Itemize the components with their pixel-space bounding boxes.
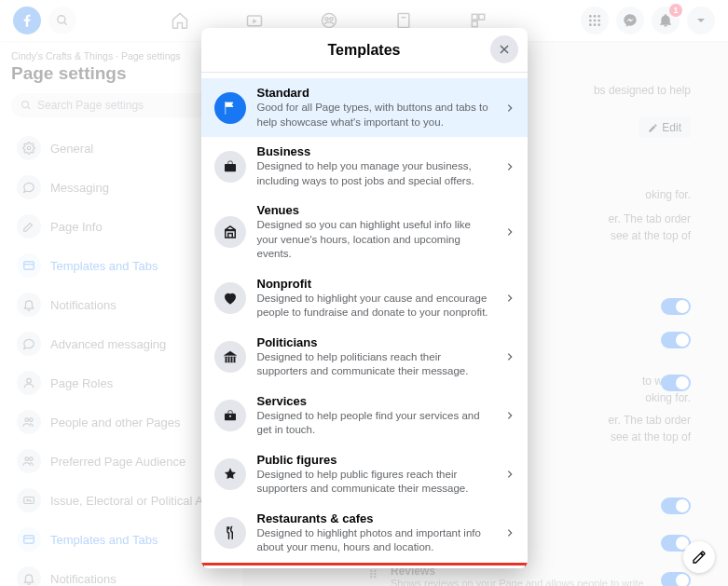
template-body: VenuesDesigned so you can highlight usef… xyxy=(257,203,494,262)
template-desc: Designed to highlight photos and importa… xyxy=(257,526,494,555)
chevron-right-icon xyxy=(505,225,515,239)
template-desc: Designed to help you manage your busines… xyxy=(257,159,494,188)
template-title: Politicians xyxy=(257,335,494,349)
template-row-services[interactable]: ServicesDesigned to help people find you… xyxy=(201,387,528,445)
gov-icon xyxy=(214,341,246,373)
template-row-venues[interactable]: VenuesDesigned so you can highlight usef… xyxy=(201,196,528,269)
template-body: Restaurants & cafesDesigned to highlight… xyxy=(257,511,494,555)
template-desc: Designed so you can highlight useful inf… xyxy=(257,218,494,262)
chevron-right-icon xyxy=(505,349,515,364)
toolbox-icon xyxy=(214,400,246,431)
template-body: StandardGood for all Page types, with bu… xyxy=(257,86,494,129)
briefcase-icon xyxy=(214,151,246,183)
heart-icon xyxy=(214,282,246,314)
template-desc: Designed to highlight your cause and enc… xyxy=(257,292,494,320)
template-title: Standard xyxy=(257,86,494,100)
chevron-right-icon xyxy=(505,467,515,482)
template-title: Venues xyxy=(257,203,494,217)
template-desc: Designed to help people find your servic… xyxy=(257,409,494,438)
template-desc: Good for all Page types, with buttons an… xyxy=(257,101,494,129)
svg-point-50 xyxy=(229,416,231,417)
chevron-right-icon xyxy=(505,159,515,174)
chevron-right-icon xyxy=(505,101,515,116)
templates-list[interactable]: StandardGood for all Page types, with bu… xyxy=(201,73,528,568)
modal-header: Templates xyxy=(201,28,528,73)
chevron-right-icon xyxy=(505,291,515,306)
template-row-public_figures[interactable]: Public figuresDesigned to help public fi… xyxy=(201,445,528,504)
modal-title: Templates xyxy=(328,42,401,59)
compose-fab[interactable] xyxy=(683,541,715,573)
template-row-politicians[interactable]: PoliticiansDesigned to help politicians … xyxy=(201,328,528,387)
template-title: Nonprofit xyxy=(257,277,494,291)
template-row-business[interactable]: BusinessDesigned to help you manage your… xyxy=(201,137,528,196)
template-title: Restaurants & cafes xyxy=(257,511,494,525)
template-row-restaurants_cafes[interactable]: Restaurants & cafesDesigned to highlight… xyxy=(201,504,528,563)
templates-modal: Templates StandardGood for all Page type… xyxy=(201,28,528,568)
template-body: PoliticiansDesigned to help politicians … xyxy=(257,335,494,379)
template-row-standard[interactable]: StandardGood for all Page types, with bu… xyxy=(201,78,528,137)
template-body: BusinessDesigned to help you manage your… xyxy=(257,144,494,188)
template-row-shopping[interactable]: ShoppingDesigned to showcase products an… xyxy=(201,563,528,568)
template-title: Services xyxy=(257,394,494,408)
template-desc: Designed to help public figures reach th… xyxy=(257,468,494,497)
template-row-nonprofit[interactable]: NonprofitDesigned to highlight your caus… xyxy=(201,269,528,328)
flag-icon xyxy=(214,92,246,124)
chevron-right-icon xyxy=(505,408,515,423)
svg-rect-48 xyxy=(225,229,236,231)
star-icon xyxy=(214,458,246,490)
svg-rect-47 xyxy=(225,164,236,171)
close-button[interactable] xyxy=(490,35,518,63)
chevron-right-icon xyxy=(505,525,515,540)
template-body: ServicesDesigned to help people find you… xyxy=(257,394,494,438)
template-body: NonprofitDesigned to highlight your caus… xyxy=(257,277,494,320)
template-title: Public figures xyxy=(257,453,494,467)
template-title: Business xyxy=(257,144,494,158)
utensils-icon xyxy=(214,517,246,549)
venue-icon xyxy=(214,216,246,248)
template-desc: Designed to help politicians reach their… xyxy=(257,350,494,379)
template-body: Public figuresDesigned to help public fi… xyxy=(257,453,494,497)
